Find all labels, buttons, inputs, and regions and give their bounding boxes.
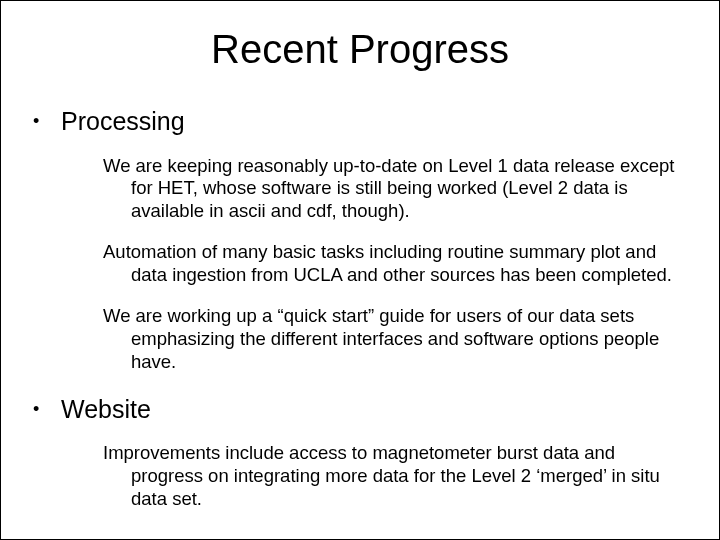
processing-item: We are working up a “quick start” guide …	[103, 305, 691, 373]
website-item: Improvements include access to magnetome…	[103, 442, 691, 510]
slide: Recent Progress • Processing We are keep…	[0, 0, 720, 540]
bullet-dot-icon: •	[29, 106, 61, 136]
website-subitems: Improvements include access to magnetome…	[103, 442, 691, 510]
bullet-processing: • Processing	[29, 106, 691, 136]
processing-subitems: We are keeping reasonably up-to-date on …	[103, 155, 691, 374]
bullet-dot-icon: •	[29, 394, 61, 424]
processing-item: We are keeping reasonably up-to-date on …	[103, 155, 691, 223]
processing-item: Automation of many basic tasks including…	[103, 241, 691, 287]
slide-title: Recent Progress	[29, 27, 691, 72]
bullet-heading-processing: Processing	[61, 106, 185, 136]
bullet-heading-website: Website	[61, 394, 151, 424]
bullet-website: • Website	[29, 394, 691, 424]
